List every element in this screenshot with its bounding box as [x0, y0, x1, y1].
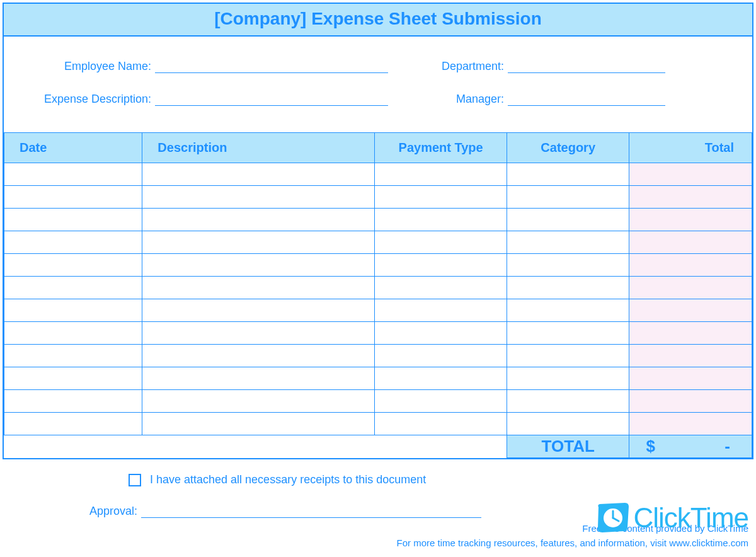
table-row — [4, 231, 752, 254]
cell-date[interactable] — [4, 367, 142, 390]
approval-label: Approval: — [3, 505, 141, 518]
employee-name-field: Employee Name: — [16, 59, 394, 73]
grand-total-amount: - — [724, 437, 730, 456]
table-row — [4, 186, 752, 209]
department-field: Department: — [394, 59, 709, 73]
cell-total[interactable] — [629, 209, 752, 231]
receipt-attestation: I have attached all necessary receipts t… — [3, 473, 753, 486]
employee-name-input[interactable] — [155, 59, 388, 73]
cell-category[interactable] — [507, 254, 629, 277]
cell-description[interactable] — [142, 345, 375, 367]
cell-description[interactable] — [142, 209, 375, 231]
cell-payment_type[interactable] — [375, 163, 507, 186]
approval-input[interactable] — [141, 504, 481, 518]
cell-category[interactable] — [507, 163, 629, 186]
cell-date[interactable] — [4, 254, 142, 277]
cell-payment_type[interactable] — [375, 367, 507, 390]
col-header-category: Category — [507, 133, 629, 163]
cell-total[interactable] — [629, 231, 752, 254]
cell-payment_type[interactable] — [375, 299, 507, 322]
cell-total[interactable] — [629, 367, 752, 390]
table-row — [4, 209, 752, 231]
cell-category[interactable] — [507, 390, 629, 413]
table-row — [4, 163, 752, 186]
cell-category[interactable] — [507, 277, 629, 299]
expense-sheet: [Company] Expense Sheet Submission Emplo… — [3, 3, 753, 459]
cell-date[interactable] — [4, 277, 142, 299]
manager-input[interactable] — [508, 92, 665, 106]
receipt-checkbox[interactable] — [129, 474, 141, 486]
cell-category[interactable] — [507, 231, 629, 254]
cell-category[interactable] — [507, 345, 629, 367]
expense-description-field: Expense Description: — [16, 92, 394, 106]
grand-total-row: TOTAL $ - — [4, 435, 752, 458]
bottom-area: I have attached all necessary receipts t… — [3, 473, 753, 518]
cell-date[interactable] — [4, 163, 142, 186]
cell-category[interactable] — [507, 413, 629, 435]
cell-total[interactable] — [629, 163, 752, 186]
cell-description[interactable] — [142, 299, 375, 322]
table-header-row: Date Description Payment Type Category T… — [4, 133, 752, 163]
cell-payment_type[interactable] — [375, 277, 507, 299]
expense-description-input[interactable] — [155, 92, 388, 106]
cell-category[interactable] — [507, 209, 629, 231]
table-row — [4, 322, 752, 345]
cell-category[interactable] — [507, 367, 629, 390]
cell-payment_type[interactable] — [375, 322, 507, 345]
cell-payment_type[interactable] — [375, 345, 507, 367]
cell-payment_type[interactable] — [375, 254, 507, 277]
info-area: Employee Name: Department: Expense Descr… — [4, 37, 752, 132]
manager-field: Manager: — [394, 92, 709, 106]
cell-payment_type[interactable] — [375, 186, 507, 209]
cell-description[interactable] — [142, 231, 375, 254]
cell-total[interactable] — [629, 277, 752, 299]
page-title: [Company] Expense Sheet Submission — [4, 4, 752, 37]
cell-payment_type[interactable] — [375, 231, 507, 254]
cell-description[interactable] — [142, 413, 375, 435]
expense-description-label: Expense Description: — [16, 93, 155, 106]
cell-description[interactable] — [142, 254, 375, 277]
cell-total[interactable] — [629, 254, 752, 277]
cell-date[interactable] — [4, 413, 142, 435]
cell-category[interactable] — [507, 186, 629, 209]
grand-total-value: $ - — [629, 435, 752, 458]
cell-date[interactable] — [4, 186, 142, 209]
clock-icon — [596, 502, 630, 534]
table-row — [4, 277, 752, 299]
cell-category[interactable] — [507, 322, 629, 345]
receipt-checkbox-label: I have attached all necessary receipts t… — [150, 473, 426, 486]
cell-total[interactable] — [629, 413, 752, 435]
cell-category[interactable] — [507, 299, 629, 322]
cell-date[interactable] — [4, 345, 142, 367]
table-row — [4, 413, 752, 435]
cell-total[interactable] — [629, 299, 752, 322]
cell-total[interactable] — [629, 186, 752, 209]
cell-date[interactable] — [4, 322, 142, 345]
manager-label: Manager: — [394, 93, 508, 106]
col-header-total: Total — [629, 133, 752, 163]
table-row — [4, 299, 752, 322]
cell-description[interactable] — [142, 322, 375, 345]
brand-name: ClickTime — [634, 502, 748, 534]
cell-date[interactable] — [4, 231, 142, 254]
cell-payment_type[interactable] — [375, 413, 507, 435]
cell-description[interactable] — [142, 367, 375, 390]
brand-block: ClickTime — [596, 502, 748, 534]
grand-total-currency: $ — [646, 437, 655, 456]
cell-payment_type[interactable] — [375, 209, 507, 231]
cell-date[interactable] — [4, 299, 142, 322]
cell-total[interactable] — [629, 345, 752, 367]
cell-description[interactable] — [142, 277, 375, 299]
cell-payment_type[interactable] — [375, 390, 507, 413]
cell-date[interactable] — [4, 209, 142, 231]
cell-total[interactable] — [629, 390, 752, 413]
expense-table: Date Description Payment Type Category T… — [4, 132, 752, 458]
cell-description[interactable] — [142, 186, 375, 209]
brand-logo: ClickTime — [596, 502, 748, 534]
cell-description[interactable] — [142, 163, 375, 186]
cell-date[interactable] — [4, 390, 142, 413]
cell-total[interactable] — [629, 322, 752, 345]
department-input[interactable] — [508, 59, 665, 73]
cell-description[interactable] — [142, 390, 375, 413]
col-header-payment-type: Payment Type — [375, 133, 507, 163]
